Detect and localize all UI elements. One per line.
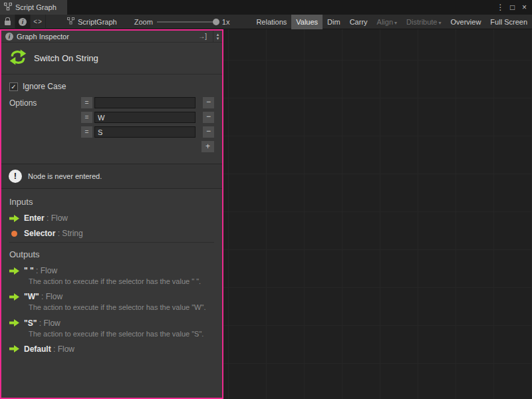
- chevron-down-icon: ▾: [394, 20, 397, 26]
- maximize-icon[interactable]: □: [507, 0, 518, 15]
- warning-icon: !: [9, 170, 22, 183]
- remove-option-button[interactable]: −: [203, 112, 214, 123]
- flow-port-icon: [9, 319, 19, 327]
- values-button[interactable]: Values: [291, 15, 323, 29]
- options-label: Options: [9, 97, 81, 152]
- output-default-row: Default : Flow: [9, 344, 214, 354]
- dock-icon[interactable]: →]: [196, 33, 209, 40]
- input-enter-row: Enter : Flow: [9, 213, 214, 223]
- graph-toolbar: i <> ScriptGraph Zoom 1x Relations Value…: [0, 15, 532, 29]
- relations-button[interactable]: Relations: [251, 15, 291, 29]
- option-row: = −: [81, 97, 214, 108]
- zoom-value: 1x: [222, 18, 230, 26]
- warning-banner: ! Node is never entered.: [1, 164, 222, 189]
- info-icon: i: [5, 33, 13, 41]
- port-description: The action to execute if the selector ha…: [29, 329, 214, 338]
- spin-down-icon: ▼: [216, 37, 220, 41]
- panel-spinner[interactable]: ▲ ▼: [213, 31, 222, 43]
- info-icon: i: [19, 18, 27, 26]
- align-button[interactable]: Align▾: [372, 15, 402, 29]
- ignore-case-checkbox[interactable]: ✓: [9, 82, 18, 91]
- overview-button[interactable]: Overview: [446, 15, 486, 29]
- options-editor: Options = − = − = −: [9, 97, 214, 152]
- window-title: Script Graph: [15, 3, 57, 11]
- chevron-down-icon: ▾: [439, 20, 442, 26]
- remove-option-button[interactable]: −: [203, 126, 214, 138]
- distribute-button[interactable]: Distribute▾: [402, 15, 446, 29]
- check-icon: ✓: [11, 83, 16, 90]
- graph-asset-icon: [67, 17, 74, 26]
- lock-button[interactable]: [0, 15, 15, 29]
- inspector-node-title-row: Switch On String: [1, 43, 222, 74]
- port-description: The action to execute if the selector ha…: [29, 303, 214, 312]
- menu-icon[interactable]: ⋮: [495, 0, 506, 15]
- inspector-header[interactable]: i Graph Inspector →] ▲ ▼: [1, 31, 222, 43]
- flow-port-icon: [9, 267, 19, 275]
- zoom-label: Zoom: [134, 18, 153, 26]
- switch-icon: [8, 47, 28, 69]
- inspector-node-title: Switch On String: [34, 53, 98, 63]
- inspect-button[interactable]: i: [15, 15, 31, 29]
- zoom-thumb[interactable]: [213, 19, 219, 25]
- value-port-icon: [11, 231, 17, 237]
- lock-icon: [5, 21, 11, 25]
- add-option-button[interactable]: +: [201, 141, 214, 152]
- drag-handle-icon[interactable]: =: [81, 97, 92, 108]
- remove-option-button[interactable]: −: [203, 97, 214, 108]
- flow-port-icon: [9, 215, 19, 222]
- zoom-control: Zoom 1x: [134, 18, 230, 26]
- options-list: = − = − = − +: [81, 97, 214, 152]
- window-titlebar: Script Graph ⋮ □ ×: [0, 0, 532, 15]
- script-graph-icon: [4, 3, 12, 12]
- ignore-case-row: ✓ Ignore Case: [9, 82, 214, 91]
- option-row: = −: [81, 112, 214, 123]
- dim-button[interactable]: Dim: [323, 15, 345, 29]
- output-w-row: "W" : Flow: [9, 292, 214, 301]
- outputs-section-title: Outputs: [9, 249, 214, 259]
- toolbar-buttons: Relations Values Dim Carry Align▾ Distri…: [251, 15, 532, 29]
- zoom-slider[interactable]: [157, 21, 218, 23]
- inspector-header-title: Graph Inspector: [17, 33, 69, 41]
- graph-asset-name: ScriptGraph: [78, 18, 117, 26]
- inputs-section-title: Inputs: [9, 197, 214, 207]
- carry-button[interactable]: Carry: [345, 15, 372, 29]
- graph-inspector-panel: i Graph Inspector →] ▲ ▼ Switch: [0, 29, 223, 399]
- ignore-case-label: Ignore Case: [23, 82, 66, 91]
- close-icon[interactable]: ×: [519, 0, 530, 15]
- divider: [9, 242, 214, 243]
- code-icon: <>: [33, 18, 43, 25]
- fullscreen-button[interactable]: Full Screen: [485, 15, 532, 29]
- flow-port-icon: [9, 345, 19, 352]
- input-selector-row: Selector : String: [9, 229, 214, 238]
- option-field-2[interactable]: [94, 126, 196, 138]
- drag-handle-icon[interactable]: =: [81, 112, 92, 123]
- option-field-1[interactable]: [94, 112, 196, 123]
- graph-breadcrumb: ScriptGraph: [67, 17, 117, 26]
- edit-script-button[interactable]: <>: [31, 15, 46, 29]
- flow-port-icon: [9, 293, 19, 301]
- option-field-0[interactable]: [94, 97, 196, 108]
- drag-handle-icon[interactable]: =: [81, 126, 92, 138]
- window-tab[interactable]: Script Graph: [0, 0, 67, 15]
- output-space-row: " " : Flow: [9, 266, 214, 275]
- warning-text: Node is never entered.: [28, 172, 102, 180]
- port-description: The action to execute if the selector ha…: [29, 277, 214, 286]
- output-s-row: "S" : Flow: [9, 319, 214, 328]
- option-row: = −: [81, 126, 214, 138]
